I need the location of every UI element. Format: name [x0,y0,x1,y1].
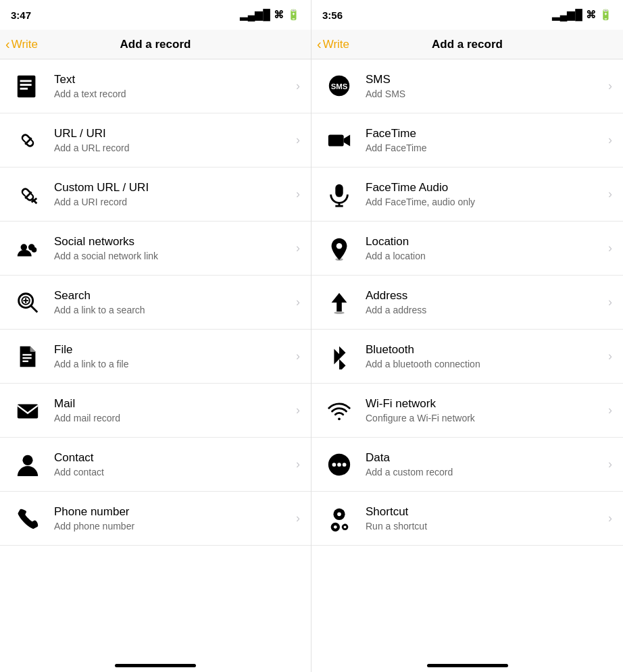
left-back-chevron-icon: ‹ [5,36,10,52]
list-item-address[interactable]: Address Add a address › [312,276,623,330]
location-item-text: Location Add a location [366,235,603,261]
address-item-text: Address Add a address [366,289,603,315]
contact-chevron-icon: › [296,457,300,471]
right-nav-title: Add a record [432,38,503,51]
list-item-facetime[interactable]: FaceTime Add FaceTime › [312,113,623,167]
list-item-mail[interactable]: Mail Add mail record › [0,384,311,438]
list-item-bluetooth[interactable]: Bluetooth Add a bluetooth connection › [312,330,623,384]
svg-point-32 [343,463,347,467]
list-item-custom-url[interactable]: Custom URL / URI Add a URI record › [0,167,311,222]
sms-item-text: SMS Add SMS [366,73,603,99]
svg-rect-22 [335,184,343,197]
facetime-icon [322,124,356,157]
custom-url-icon [11,178,45,211]
address-icon [322,286,356,319]
right-home-indicator [312,658,623,672]
bluetooth-item-subtitle: Add a bluetooth connection [366,359,603,369]
right-nav-bar: ‹ Write Add a record [312,30,623,59]
list-item-contact[interactable]: Contact Add contact › [0,438,311,492]
file-chevron-icon: › [296,349,300,363]
list-item-data[interactable]: Data Add a custom record › [312,438,623,492]
phone-item-text: Phone number Add phone number [54,505,291,532]
list-item-file[interactable]: File Add a link to a file › [0,330,311,384]
left-signal-icon: ▂▄▆█ [240,9,270,21]
svg-point-25 [337,242,343,249]
left-nav-title: Add a record [120,38,191,51]
svg-rect-17 [18,404,38,418]
url-item-text: URL / URI Add a URL record [54,127,291,153]
left-time: 3:47 [11,9,31,21]
url-item-title: URL / URI [54,127,291,140]
facetime-item-subtitle: Add FaceTime [366,143,603,153]
list-item-text[interactable]: Text Add a text record › [0,59,311,113]
facetime-item-text: FaceTime Add FaceTime [366,127,603,153]
file-icon [11,340,45,373]
right-back-label: Write [323,38,349,51]
svg-point-26 [335,258,343,261]
data-item-text: Data Add a custom record [366,451,603,477]
text-item-title: Text [54,73,291,86]
mail-item-title: Mail [54,397,291,411]
custom-url-item-title: Custom URL / URI [54,181,291,195]
sms-item-title: SMS [366,73,603,86]
right-back-button[interactable]: ‹ Write [317,36,349,52]
list-item-search[interactable]: Search Add a link to a search › [0,276,311,330]
svg-point-18 [22,455,32,465]
location-item-subtitle: Add a location [366,251,603,261]
text-icon [11,70,45,103]
left-home-bar [115,664,196,667]
url-chevron-icon: › [296,133,300,147]
custom-url-item-text: Custom URL / URI Add a URI record [54,181,291,207]
search-item-title: Search [54,289,291,303]
svg-point-33 [337,512,341,516]
bluetooth-item-text: Bluetooth Add a bluetooth connection [366,343,603,369]
sms-item-subtitle: Add SMS [366,88,603,99]
list-item-shortcut[interactable]: Shortcut Run a shortcut › [312,492,623,546]
data-item-title: Data [366,451,603,465]
left-back-button[interactable]: ‹ Write [5,36,38,52]
list-item-sms[interactable]: SMS SMS Add SMS › [312,59,623,113]
mail-chevron-icon: › [296,403,300,417]
svg-point-30 [332,463,337,467]
svg-point-34 [334,525,337,528]
list-item-url[interactable]: URL / URI Add a URL record › [0,113,311,167]
svg-rect-15 [22,357,31,358]
shortcut-item-subtitle: Run a shortcut [366,521,603,532]
list-item-wifi[interactable]: Wi-Fi network Configure a Wi-Fi network … [312,384,623,438]
contact-item-subtitle: Add contact [54,467,291,477]
svg-text:SMS: SMS [331,82,348,90]
phone-chevron-icon: › [296,511,300,525]
left-wifi-icon: ⌘ [274,9,284,21]
phone-icon [11,502,45,536]
left-battery-icon: 🔋 [287,9,300,21]
list-item-social[interactable]: Social networks Add a social network lin… [0,222,311,276]
svg-point-28 [338,417,341,420]
address-item-subtitle: Add a address [366,305,603,315]
facetime-audio-chevron-icon: › [608,187,612,201]
social-chevron-icon: › [296,241,300,255]
data-item-subtitle: Add a custom record [366,467,603,477]
phone-item-subtitle: Add phone number [54,521,291,532]
facetime-audio-icon [322,178,356,211]
list-item-facetime-audio[interactable]: FaceTime Audio Add FaceTime, audio only … [312,167,623,222]
search-icon [11,286,45,319]
phone-item-title: Phone number [54,505,291,519]
bluetooth-icon [322,340,356,373]
right-phone-panel: 3:56 ▂▄▆█ ⌘ 🔋 ‹ Write Add a record SMS S… [312,0,623,672]
data-chevron-icon: › [608,457,612,471]
mail-item-subtitle: Add mail record [54,413,291,423]
svg-rect-2 [20,84,32,86]
social-item-title: Social networks [54,235,291,249]
contact-item-title: Contact [54,451,291,465]
contact-icon [11,448,45,482]
list-item-location[interactable]: Location Add a location › [312,222,623,276]
svg-point-8 [32,247,37,253]
left-back-label: Write [11,38,38,51]
left-status-bar: 3:47 ▂▄▆█ ⌘ 🔋 [0,0,311,30]
list-item-phone[interactable]: Phone number Add phone number › [0,492,311,546]
bluetooth-chevron-icon: › [608,349,612,363]
address-chevron-icon: › [608,295,612,309]
svg-line-10 [31,305,38,312]
file-item-title: File [54,343,291,357]
search-item-subtitle: Add a link to a search [54,305,291,315]
